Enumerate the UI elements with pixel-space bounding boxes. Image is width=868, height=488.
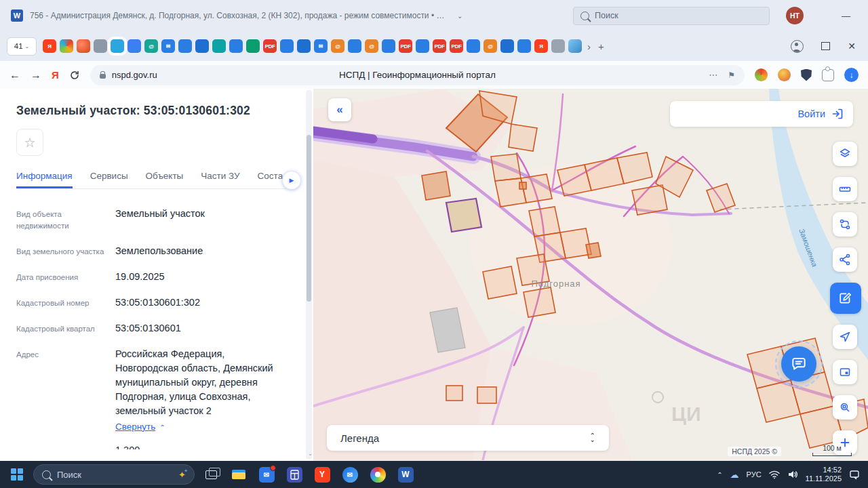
cadastral-map[interactable]: Подгорная Замошенка ЦИ « Войти: [313, 89, 868, 461]
browser-tab[interactable]: @: [144, 39, 158, 53]
lock-icon[interactable]: [100, 74, 106, 79]
login-button[interactable]: Войти: [670, 101, 853, 127]
maximize-button[interactable]: [821, 42, 830, 50]
tab-parcel-parts[interactable]: Части ЗУ: [201, 171, 239, 188]
browser-tab[interactable]: [127, 39, 141, 53]
chat-button[interactable]: [781, 346, 816, 382]
start-button[interactable]: [5, 463, 28, 486]
language-indicator[interactable]: РУС: [747, 470, 762, 479]
share-button[interactable]: [833, 247, 857, 272]
browser-tab[interactable]: [500, 39, 514, 53]
tab-information[interactable]: Информация: [16, 171, 73, 188]
draw-button-active[interactable]: [830, 283, 861, 314]
extension-icon[interactable]: [755, 68, 768, 81]
browser-tab[interactable]: [517, 39, 531, 53]
browser-tab[interactable]: [178, 39, 192, 53]
routes-button[interactable]: [833, 212, 857, 237]
yandex-button[interactable]: Я: [52, 69, 59, 81]
browser-tab[interactable]: [416, 39, 429, 53]
profile-icon[interactable]: [791, 40, 804, 53]
downloads-button[interactable]: ↓: [844, 68, 859, 82]
browser-tab[interactable]: PDF: [263, 39, 277, 53]
close-button[interactable]: ✕: [848, 41, 856, 52]
browser-tab[interactable]: [77, 39, 90, 53]
scroll-down-icon[interactable]: ⌄: [307, 450, 313, 457]
login-icon: [831, 108, 844, 120]
forward-button[interactable]: →: [31, 69, 41, 81]
collapse-address-link[interactable]: Свернуть: [115, 420, 155, 434]
bookmark-icon[interactable]: ⚑: [728, 70, 735, 80]
browser-tab[interactable]: [551, 39, 565, 53]
task-view-button[interactable]: [199, 463, 222, 486]
browser-tab[interactable]: [280, 39, 294, 53]
collapse-panel-button[interactable]: «: [328, 98, 351, 121]
browser-tab[interactable]: [467, 39, 480, 53]
legend-panel[interactable]: Легенда ⌃ ⌄: [327, 425, 609, 451]
browser-tab[interactable]: [297, 39, 311, 53]
browser-tab[interactable]: [348, 39, 361, 53]
onedrive-cloud-icon[interactable]: ☁: [730, 470, 739, 480]
browser-tab[interactable]: [212, 39, 226, 53]
notification-icon[interactable]: [849, 469, 860, 480]
tab-composition[interactable]: Соста: [258, 171, 283, 188]
volume-icon[interactable]: [787, 470, 798, 479]
browser-tab[interactable]: @: [484, 39, 497, 53]
account-avatar[interactable]: НТ: [786, 7, 804, 24]
browser-tab[interactable]: @: [331, 39, 344, 53]
browser-tab[interactable]: [246, 39, 260, 53]
taskbar-search[interactable]: Поиск ✦: [33, 464, 195, 485]
chevron-down-icon[interactable]: ⌄: [457, 12, 462, 20]
reload-icon[interactable]: [69, 70, 80, 81]
taskbar-clock[interactable]: 14:52 11.11.2025: [806, 466, 842, 483]
tab-scroll-right-icon[interactable]: ›: [587, 41, 591, 52]
browser-tab[interactable]: ✉: [314, 39, 328, 53]
extent-button[interactable]: [833, 360, 857, 384]
tab-objects[interactable]: Объекты: [146, 171, 184, 188]
browser-tab[interactable]: [568, 39, 582, 53]
back-button[interactable]: ←: [9, 69, 20, 81]
browser-tab[interactable]: [60, 39, 73, 53]
browser-tab[interactable]: [229, 39, 243, 53]
favorite-button[interactable]: ☆: [16, 129, 43, 156]
address-bar[interactable]: nspd.gov.ru НСПД | Геоинформационный пор…: [90, 65, 745, 85]
word-search-box[interactable]: Поиск: [573, 7, 770, 25]
browser-tab[interactable]: Я: [43, 39, 56, 53]
browser-tab[interactable]: [382, 39, 395, 53]
wifi-icon[interactable]: [769, 470, 780, 479]
legend-toggle-icon[interactable]: ⌃ ⌄: [590, 434, 595, 442]
play-icon: ▶: [290, 177, 294, 184]
extensions-puzzle-icon[interactable]: [822, 69, 834, 81]
mail-app-button[interactable]: ✉: [255, 463, 278, 486]
minimize-button[interactable]: —: [842, 11, 850, 21]
tabs-scroll-button[interactable]: ▶: [282, 171, 301, 190]
yandex-browser-button[interactable]: Y: [311, 463, 334, 486]
tab-counter[interactable]: 41⌄: [7, 37, 37, 56]
browser-tab[interactable]: PDF: [433, 39, 446, 53]
browser-tab[interactable]: [94, 39, 107, 53]
field-value: Земельный участок: [115, 207, 286, 232]
browser-tab[interactable]: [195, 39, 209, 53]
panel-scrollbar[interactable]: [306, 90, 312, 460]
word-app-button[interactable]: W: [394, 463, 417, 486]
more-icon[interactable]: ⋯: [709, 70, 718, 80]
extension-icon[interactable]: [778, 68, 791, 81]
scrollbar-thumb[interactable]: [307, 135, 311, 302]
browser-tab[interactable]: PDF: [399, 39, 412, 53]
browser-tab-active[interactable]: [111, 39, 124, 53]
browser-tab[interactable]: @: [365, 39, 378, 53]
outlook-app-button[interactable]: ✉: [338, 463, 361, 486]
new-tab-button[interactable]: +: [598, 41, 604, 52]
browser-tab[interactable]: PDF: [450, 39, 463, 53]
adblock-shield-icon[interactable]: [801, 69, 812, 81]
calculator-app-button[interactable]: [283, 463, 306, 486]
file-explorer-button[interactable]: [227, 463, 250, 486]
browser-tab[interactable]: Я: [534, 39, 548, 53]
layers-button[interactable]: [833, 142, 857, 166]
photos-app-button[interactable]: [366, 463, 389, 486]
locate-button[interactable]: [833, 325, 857, 349]
object-search-button[interactable]: [833, 395, 857, 420]
tab-services[interactable]: Сервисы: [90, 171, 128, 188]
browser-tab[interactable]: ✉: [161, 39, 175, 53]
measure-button[interactable]: [833, 177, 857, 201]
tray-expand-icon[interactable]: ⌃: [717, 471, 722, 479]
